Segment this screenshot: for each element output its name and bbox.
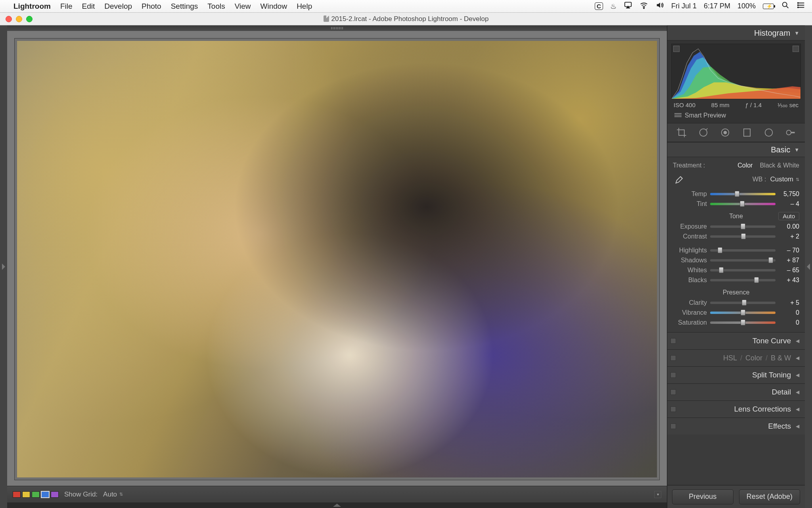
vibrance-value[interactable]: 0	[779, 309, 799, 316]
menu-edit[interactable]: Edit	[82, 2, 95, 11]
saturation-slider[interactable]	[710, 321, 776, 324]
document-icon	[324, 15, 329, 22]
left-panel-toggle[interactable]	[0, 25, 7, 508]
menu-develop[interactable]: Develop	[104, 2, 132, 11]
status-c-icon[interactable]: C	[595, 2, 603, 10]
tint-slider[interactable]	[710, 203, 776, 205]
detail-header[interactable]: Detail◀	[667, 383, 805, 400]
saturation-value[interactable]: 0	[779, 319, 799, 326]
exposure-value[interactable]: 0.00	[779, 223, 799, 230]
treatment-bw[interactable]: Black & White	[760, 162, 799, 169]
highlights-slider[interactable]	[710, 249, 776, 252]
section-switch[interactable]	[670, 406, 676, 412]
histogram-graph[interactable]	[671, 44, 801, 99]
blacks-value[interactable]: + 43	[779, 277, 799, 284]
section-switch[interactable]	[670, 372, 676, 378]
status-wifi-icon[interactable]	[640, 1, 648, 12]
blacks-slider[interactable]	[710, 279, 776, 281]
menu-settings[interactable]: Settings	[171, 2, 198, 11]
status-airplay-icon[interactable]	[624, 1, 632, 12]
shadows-value[interactable]: + 87	[779, 257, 799, 264]
contrast-slider[interactable]	[710, 235, 776, 238]
section-switch[interactable]	[670, 389, 676, 395]
effects-header[interactable]: Effects◀	[667, 418, 805, 435]
status-volume-icon[interactable]	[655, 1, 664, 12]
swatch-blue[interactable]	[41, 491, 49, 498]
status-notifications-icon[interactable]	[797, 1, 806, 12]
menu-tools[interactable]: Tools	[207, 2, 225, 11]
show-grid-dropdown[interactable]: Auto ⇅	[103, 491, 123, 498]
adjustment-brush-tool[interactable]	[783, 126, 798, 139]
status-flame-icon[interactable]: ♨	[610, 2, 617, 11]
lens-corrections-header[interactable]: Lens Corrections◀	[667, 400, 805, 418]
menu-help[interactable]: Help	[297, 2, 312, 11]
section-switch[interactable]	[670, 423, 676, 429]
app-name[interactable]: Lightroom	[13, 2, 51, 11]
tint-value[interactable]: – 4	[779, 200, 799, 208]
clarity-slider[interactable]	[710, 302, 776, 304]
hsl-bw-title[interactable]: B & W	[771, 354, 791, 362]
window-close-button[interactable]	[6, 16, 12, 22]
tone-curve-header[interactable]: Tone Curve◀	[667, 332, 805, 349]
previous-button[interactable]: Previous	[672, 489, 733, 504]
svg-point-1	[643, 8, 645, 9]
spot-removal-tool[interactable]	[696, 126, 710, 139]
swatch-red[interactable]	[13, 491, 21, 498]
status-battery-percent[interactable]: 100%	[737, 2, 756, 10]
filmstrip-toggle[interactable]	[7, 502, 667, 508]
temp-slider[interactable]	[710, 193, 776, 195]
swatch-yellow[interactable]	[22, 491, 30, 498]
svg-point-4	[798, 5, 799, 6]
wb-value: Custom	[770, 175, 793, 183]
crop-tool[interactable]	[674, 126, 689, 139]
whites-slider[interactable]	[710, 269, 776, 271]
blacks-label: Blacks	[673, 277, 707, 284]
effects-title: Effects	[768, 422, 791, 431]
treatment-color[interactable]: Color	[737, 162, 753, 169]
highlights-value[interactable]: – 70	[779, 247, 799, 254]
smart-preview-label[interactable]: Smart Preview	[685, 112, 726, 119]
image-canvas[interactable]	[7, 31, 667, 486]
window-zoom-button[interactable]	[26, 16, 33, 22]
section-switch[interactable]	[670, 338, 676, 344]
vibrance-slider[interactable]	[710, 312, 776, 314]
menu-window[interactable]: Window	[260, 2, 287, 11]
right-panel-toggle[interactable]	[805, 25, 812, 508]
swatch-green[interactable]	[32, 491, 40, 498]
contrast-value[interactable]: + 2	[779, 233, 799, 240]
exposure-slider[interactable]	[710, 225, 776, 228]
wb-dropdown[interactable]: Custom ⇅	[770, 175, 799, 183]
status-spotlight-icon[interactable]	[781, 1, 790, 12]
status-battery-icon[interactable]: ⚡	[763, 4, 774, 9]
hsl-color-title[interactable]: Color	[745, 354, 762, 362]
white-balance-picker[interactable]	[673, 174, 686, 185]
status-date[interactable]: Fri Jul 1	[671, 2, 697, 10]
histogram-header[interactable]: Histogram ▼	[667, 25, 805, 40]
redeye-tool[interactable]	[718, 126, 732, 139]
tone-group-label: Tone	[729, 213, 743, 219]
basic-header[interactable]: Basic ▼	[667, 142, 805, 157]
swatch-purple[interactable]	[51, 491, 59, 498]
status-time[interactable]: 6:17 PM	[704, 2, 730, 10]
graduated-filter-tool[interactable]	[740, 126, 754, 139]
split-toning-title: Split Toning	[752, 371, 791, 379]
window-minimize-button[interactable]	[16, 16, 22, 22]
temp-value[interactable]: 5,750	[779, 190, 799, 198]
detail-title: Detail	[772, 388, 791, 396]
reset-button[interactable]: Reset (Adobe)	[739, 489, 801, 504]
menu-view[interactable]: View	[235, 2, 251, 11]
whites-value[interactable]: – 65	[779, 267, 799, 274]
auto-tone-button[interactable]: Auto	[778, 212, 799, 220]
menu-photo[interactable]: Photo	[142, 2, 161, 11]
shadows-slider[interactable]	[710, 259, 776, 262]
toolbar-disclosure[interactable]: ▾	[654, 491, 661, 498]
section-switch[interactable]	[670, 355, 676, 361]
hsl-header[interactable]: HSL/Color/B & W ◀	[667, 349, 805, 366]
split-toning-header[interactable]: Split Toning◀	[667, 366, 805, 383]
clarity-value[interactable]: + 5	[779, 299, 799, 306]
radial-filter-tool[interactable]	[762, 126, 776, 139]
menu-file[interactable]: File	[60, 2, 73, 11]
photo-preview[interactable]	[17, 41, 657, 477]
hsl-title[interactable]: HSL	[723, 354, 737, 362]
top-panel-toggle[interactable]	[7, 25, 667, 31]
